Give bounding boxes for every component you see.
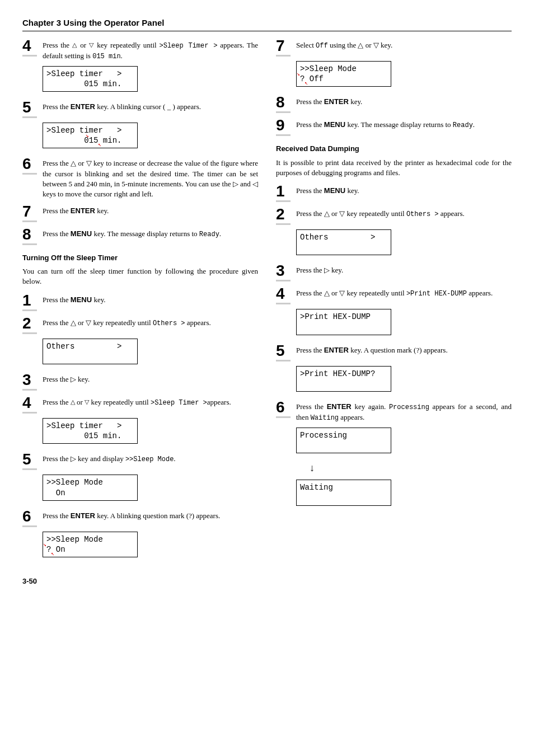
step-text: Press the ENTER key. A blinking question… xyxy=(43,509,258,521)
step-7: 7 Press the ENTER key. xyxy=(22,204,258,222)
step-number: 2 xyxy=(22,316,37,334)
intro-para: It is possible to print data received by… xyxy=(276,158,512,178)
step-text: Press the ENTER key. A blinking cursor (… xyxy=(43,100,258,112)
lcd-display: >>Sleep Mode On xyxy=(43,475,138,500)
key-label: ENTER xyxy=(324,97,349,106)
step-text: Press the MENU key. xyxy=(43,293,258,305)
chapter-title: Chapter 3 Using the Operator Panel xyxy=(22,17,512,29)
lcd-display: >Print HEX-DUMP xyxy=(296,309,391,335)
code: Waiting xyxy=(311,414,339,422)
step-4c: 4 Press the △ or ▽ key repeatedly until … xyxy=(276,286,512,304)
key-label: MENU xyxy=(71,229,92,238)
lcd-display: Others > xyxy=(43,339,138,364)
key-label: ENTER xyxy=(71,511,95,520)
step-text: Press the MENU key. The message display … xyxy=(296,118,512,130)
key-label: ENTER xyxy=(324,346,349,354)
step-text: Press the MENU key. The message display … xyxy=(43,227,258,240)
step-text: Press the △ or ▽ key repeatedly until >S… xyxy=(43,395,258,408)
triangle-down-icon: ▽ xyxy=(85,398,89,405)
triangle-down-icon: ▽ xyxy=(89,41,95,48)
code: >>Sleep Mode xyxy=(125,456,174,463)
step-number: 3 xyxy=(22,372,37,391)
key-label: ENTER xyxy=(327,402,352,411)
intro-para: You can turn off the sleep timer functio… xyxy=(22,266,258,287)
lcd-display: Processing xyxy=(296,428,391,453)
key-label: MENU xyxy=(324,120,345,129)
left-column: 4 Press the △ or ▽ key repeatedly until … xyxy=(22,38,258,565)
lcd-display: >>Sleep Mode ?↘↘ On xyxy=(43,532,138,557)
step-text: Press the ENTER key. xyxy=(296,95,512,107)
step-5: 5 Press the ENTER key. A blinking cursor… xyxy=(22,100,258,118)
step-number: 4 xyxy=(276,286,291,304)
step-number: 7 xyxy=(276,38,291,57)
step-3c: 3 Press the ▷ key. xyxy=(276,263,512,281)
step-text: Select Off using the △ or ▽ key. xyxy=(296,38,512,51)
step-number: 1 xyxy=(22,293,37,311)
step-text: Press the △ or ▽ key repeatedly until Ot… xyxy=(296,206,512,219)
blink-indicator-icon: ↘ xyxy=(43,541,46,548)
key-label: ENTER xyxy=(71,102,95,111)
lcd-display: Waiting xyxy=(296,480,391,505)
blink-indicator-icon: ↘ xyxy=(297,71,300,78)
step-number: 8 xyxy=(276,95,291,113)
key-label: ENTER xyxy=(71,206,95,215)
step-number: 6 xyxy=(276,400,291,418)
step-text: Press the △ or ▽ key repeatedly until >S… xyxy=(43,38,258,62)
lcd-display: >Sleep timer > 015 min. xyxy=(43,418,138,444)
step-number: 7 xyxy=(22,204,37,222)
step-text: Press the ENTER key. A question mark (?)… xyxy=(296,343,512,355)
step-text: Press the MENU key. xyxy=(296,184,512,196)
code: Processing xyxy=(389,403,429,411)
code: 015 min xyxy=(92,53,120,60)
step-number: 5 xyxy=(22,100,37,118)
lcd-display: Others > xyxy=(296,229,391,255)
lcd-display: >Print HEX-DUMP? xyxy=(296,366,391,392)
code: Ready xyxy=(453,121,473,129)
step-number: 4 xyxy=(22,38,37,57)
step-6: 6 Press the △ or ▽ key to increase or de… xyxy=(22,156,258,199)
step-number: 3 xyxy=(276,263,291,281)
step-text: Press the △ or ▽ key to increase or decr… xyxy=(43,156,258,199)
step-number: 1 xyxy=(276,184,291,202)
step-number: 4 xyxy=(22,395,37,414)
lcd-display: >Sleep timer > 015 min. xyxy=(43,66,138,92)
step-2c: 2 Press the △ or ▽ key repeatedly until … xyxy=(276,206,512,225)
blink-indicator-icon: ↘ xyxy=(86,132,89,139)
key-label: MENU xyxy=(71,295,92,304)
rule xyxy=(22,31,512,31)
section-heading: Received Data Dumping xyxy=(276,144,512,154)
step-number: 9 xyxy=(276,118,291,136)
step-number: 5 xyxy=(22,452,37,470)
step-5b: 5 Press the ▷ key and display >>Sleep Mo… xyxy=(22,452,258,470)
step-2b: 2 Press the △ or ▽ key repeatedly until … xyxy=(22,316,258,334)
code: >Sleep Timer > xyxy=(151,399,207,407)
step-text: Press the ENTER key again. Processing ap… xyxy=(296,400,512,423)
step-6c: 6 Press the ENTER key again. Processing … xyxy=(276,400,512,423)
step-text: Press the △ or ▽ key repeatedly until >P… xyxy=(296,286,512,299)
step-number: 6 xyxy=(22,156,37,175)
step-1b: 1 Press the MENU key. xyxy=(22,293,258,311)
section-heading: Turning Off the Sleep Timer xyxy=(22,253,258,263)
lcd-display: >Sleep timer > 015↘↘ min. xyxy=(43,123,138,148)
code: Off xyxy=(316,42,328,50)
blink-indicator-icon: ↘ xyxy=(305,80,308,87)
step-1c: 1 Press the MENU key. xyxy=(276,184,512,202)
step-number: 6 xyxy=(22,509,37,527)
page-number: 3-50 xyxy=(22,576,512,586)
code: Ready xyxy=(199,231,219,238)
step-text: Press the ▷ key and display >>Sleep Mode… xyxy=(43,452,258,464)
code: Others > xyxy=(153,320,185,327)
step-text: Press the △ or ▽ key repeatedly until Ot… xyxy=(43,316,258,328)
blink-indicator-icon: ↘ xyxy=(51,551,54,558)
key-label: MENU xyxy=(324,186,345,195)
two-columns: 4 Press the △ or ▽ key repeatedly until … xyxy=(22,38,512,565)
step-8r: 8 Press the ENTER key. xyxy=(276,95,512,113)
step-8: 8 Press the MENU key. The message displa… xyxy=(22,227,258,245)
right-column: 7 Select Off using the △ or ▽ key. >>Sle… xyxy=(276,38,512,565)
step-text: Press the ▷ key. xyxy=(43,372,258,384)
step-3b: 3 Press the ▷ key. xyxy=(22,372,258,391)
code: Others > xyxy=(406,210,439,218)
lcd-display: >>Sleep Mode ?↘↘ Off xyxy=(296,61,391,87)
step-number: 5 xyxy=(276,343,291,361)
step-text: Press the ENTER key. xyxy=(43,204,258,216)
